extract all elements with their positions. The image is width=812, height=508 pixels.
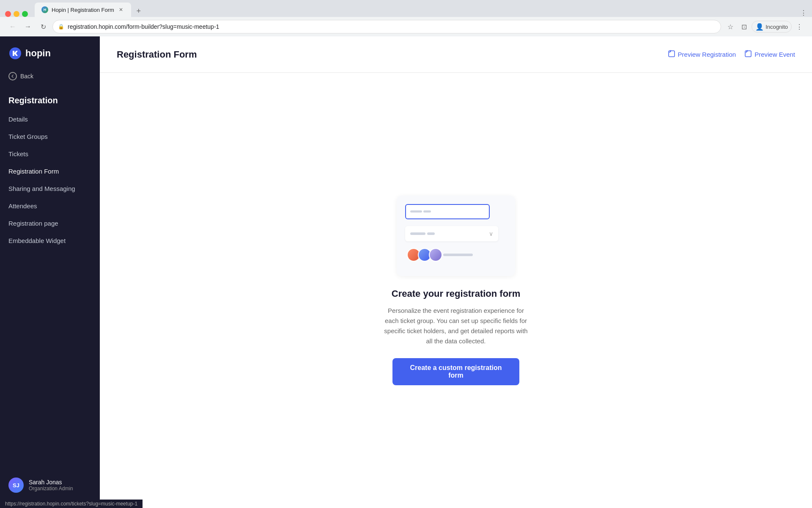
user-info: Sarah Jonas Organization Admin — [29, 479, 73, 491]
traffic-light-red[interactable] — [5, 11, 11, 17]
illus-row-dot-1 — [410, 232, 425, 235]
sidebar-item-embeddable-widget[interactable]: Embeddable Widget — [0, 232, 100, 249]
illus-input-dots — [410, 210, 431, 213]
sidebar-item-tickets[interactable]: Tickets — [0, 145, 100, 163]
illus-row-dots — [410, 232, 435, 235]
illus-avatars — [407, 248, 440, 262]
sidebar: hopin Back Registration Details Ticket G… — [0, 36, 100, 508]
svg-rect-1 — [669, 51, 675, 57]
illus-dot-1 — [410, 210, 422, 213]
address-bar[interactable]: 🔒 registration.hopin.com/form-builder?sl… — [52, 20, 721, 33]
traffic-light-yellow[interactable] — [14, 11, 19, 17]
forward-button[interactable]: → — [22, 21, 34, 33]
illus-chevron-icon: ∨ — [489, 230, 493, 237]
main-header: Registration Form Preview Registration — [100, 36, 812, 73]
svg-rect-2 — [745, 51, 751, 57]
illus-input — [405, 204, 490, 219]
sidebar-footer: SJ Sarah Jonas Organization Admin — [0, 471, 100, 500]
preview-event-label: Preview Event — [754, 51, 795, 58]
create-custom-registration-form-button[interactable]: Create a custom registration form — [392, 358, 519, 385]
preview-event-button[interactable]: Preview Event — [744, 50, 795, 59]
empty-state: ∨ Create your registration form Personal… — [384, 196, 528, 386]
back-link[interactable]: Back — [0, 69, 100, 89]
tab-favicon: H — [41, 6, 48, 13]
main-content: Registration Form Preview Registration — [100, 36, 812, 508]
empty-state-description: Personalize the event registration exper… — [384, 306, 528, 346]
profile-button[interactable]: 👤 Incognito — [752, 21, 792, 33]
sidebar-logo: hopin — [0, 36, 100, 69]
empty-state-title: Create your registration form — [392, 288, 520, 300]
bookmark-button[interactable]: ☆ — [724, 21, 736, 33]
refresh-button[interactable]: ↻ — [37, 21, 49, 33]
sidebar-item-ticket-groups[interactable]: Ticket Groups — [0, 128, 100, 145]
back-label: Back — [20, 73, 33, 80]
header-actions: Preview Registration Preview Event — [668, 50, 795, 59]
lock-icon: 🔒 — [58, 24, 64, 30]
tab-bar-settings-icon[interactable]: ⋮ — [800, 9, 807, 17]
back-button[interactable]: ← — [7, 21, 19, 33]
sidebar-item-registration-page[interactable]: Registration page — [0, 215, 100, 232]
tab-title: Hopin | Registration Form — [52, 7, 114, 13]
user-role: Organization Admin — [29, 486, 73, 491]
illus-dot-2 — [423, 210, 431, 213]
browser-tab[interactable]: H Hopin | Registration Form ✕ — [35, 3, 131, 17]
sidebar-item-attendees[interactable]: Attendees — [0, 197, 100, 215]
preview-registration-label: Preview Registration — [678, 51, 736, 58]
illus-text-line — [443, 254, 473, 256]
incognito-label: Incognito — [765, 24, 788, 30]
back-icon — [8, 72, 17, 80]
new-tab-button[interactable]: + — [133, 5, 145, 17]
status-url: https://registration.hopin.com/tickets?s… — [5, 501, 137, 507]
preview-registration-button[interactable]: Preview Registration — [668, 50, 736, 59]
illus-row-dot-2 — [427, 232, 435, 235]
sidebar-item-details[interactable]: Details — [0, 110, 100, 128]
illus-row: ∨ — [405, 226, 498, 241]
sidebar-nav: Details Ticket Groups Tickets Registrati… — [0, 110, 100, 471]
status-bar: https://registration.hopin.com/tickets?s… — [0, 500, 143, 508]
tab-close-button[interactable]: ✕ — [118, 6, 124, 13]
content-area: ∨ Create your registration form Personal… — [100, 73, 812, 508]
external-link-icon-1 — [668, 50, 675, 59]
logo-text: hopin — [25, 48, 51, 59]
url-text: registration.hopin.com/form-builder?slug… — [68, 23, 716, 30]
split-screen-button[interactable]: ⊡ — [738, 21, 750, 33]
hopin-logo-icon — [8, 47, 22, 60]
sidebar-section-title: Registration — [0, 89, 100, 110]
external-link-icon-2 — [744, 50, 752, 59]
sidebar-item-sharing-messaging[interactable]: Sharing and Messaging — [0, 180, 100, 197]
user-name: Sarah Jonas — [29, 479, 73, 486]
traffic-light-green[interactable] — [22, 11, 28, 17]
menu-button[interactable]: ⋮ — [793, 21, 805, 33]
illus-avatar-3 — [429, 248, 442, 262]
sidebar-item-registration-form[interactable]: Registration Form — [0, 163, 100, 180]
illustration: ∨ — [397, 196, 515, 276]
page-title: Registration Form — [117, 49, 197, 60]
user-avatar: SJ — [8, 478, 24, 493]
